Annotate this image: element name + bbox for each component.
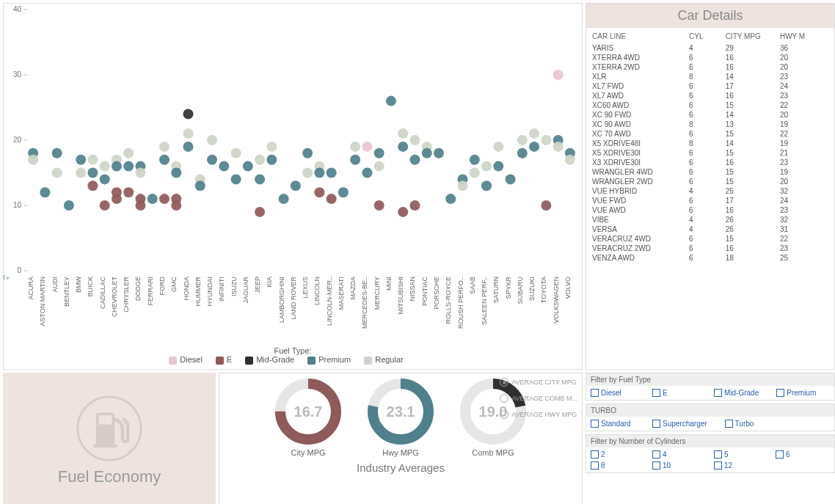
svg-point-86 (171, 168, 181, 178)
svg-point-132 (445, 194, 456, 204)
svg-point-112 (327, 168, 337, 178)
legend-item-e[interactable]: E (216, 355, 232, 364)
svg-point-128 (409, 200, 420, 211)
table-row[interactable]: VUE FWD61724 (586, 196, 834, 205)
svg-text:LINCOLN: LINCOLN (313, 277, 321, 305)
chk-fuel-mid-grade[interactable]: Mid-Grade (714, 389, 759, 397)
reset-axes-icon[interactable]: ↕₊ (2, 273, 10, 281)
chk-cyl-5[interactable]: 5 (714, 450, 758, 459)
svg-point-143 (517, 148, 528, 158)
svg-point-83 (159, 155, 169, 165)
svg-point-57 (28, 155, 38, 165)
chk-fuel-premium[interactable]: Premium (776, 389, 820, 397)
table-row[interactable]: WRANGLER 4WD61519 (586, 167, 834, 177)
svg-text:SATURN: SATURN (492, 277, 500, 303)
legend-item-mid[interactable]: Mid-Grade (245, 355, 294, 364)
svg-point-148 (553, 70, 564, 80)
table-row[interactable]: VERACRUZ 2WD61623 (586, 244, 834, 253)
table-row[interactable]: XC60 AWD61522 (586, 101, 834, 110)
svg-point-103 (266, 142, 277, 152)
legend-item-regular[interactable]: Regular (364, 355, 404, 364)
table-row[interactable]: WRANGLER 2WD61520 (586, 177, 834, 186)
radio-average-city-mpg[interactable]: AVERAGE CITY MPG (500, 378, 577, 387)
chk-cyl-10[interactable]: 10 (652, 461, 696, 470)
svg-point-123 (398, 128, 408, 139)
table-row[interactable]: XLR81423 (586, 72, 834, 81)
svg-text:LEXUS: LEXUS (302, 277, 309, 299)
chk-fuel-e[interactable]: E (652, 389, 696, 397)
table-row[interactable]: XTERRA 2WD61620 (586, 62, 834, 72)
svg-point-146 (541, 135, 551, 145)
table-row[interactable]: XC 90 AWD81319 (586, 120, 834, 129)
radio-average-hwy-mpg[interactable]: AVERAGE HWY MPG (500, 410, 577, 419)
table-row[interactable]: X3 XDRIVE30I61623 (586, 158, 834, 167)
svg-point-150 (553, 142, 564, 152)
chk-turbo-supercharger[interactable]: Supercharger (652, 420, 707, 428)
chk-turbo-turbo[interactable]: Turbo (725, 420, 769, 428)
table-row[interactable]: VERACRUZ 4WD61522 (586, 234, 834, 244)
svg-point-75 (123, 161, 134, 172)
table-row[interactable]: VERSA42631 (586, 224, 834, 234)
chk-cyl-2[interactable]: 2 (591, 450, 635, 459)
svg-text:HONDA: HONDA (183, 277, 190, 301)
svg-point-130 (422, 148, 432, 158)
chk-cyl-8[interactable]: 8 (591, 461, 635, 470)
svg-point-110 (314, 168, 324, 178)
col-carline[interactable]: CAR LINE (592, 32, 689, 40)
table-row[interactable]: XTERRA 4WD61620 (586, 53, 834, 62)
svg-point-95 (207, 155, 217, 165)
svg-text:MERCURY: MERCURY (373, 277, 381, 310)
table-row[interactable]: XC 90 FWD61420 (586, 110, 834, 120)
svg-point-131 (434, 148, 444, 158)
svg-text:40: 40 (13, 5, 22, 13)
svg-point-65 (87, 155, 98, 165)
table-row[interactable]: XL7 FWD61724 (586, 81, 834, 91)
table-row[interactable]: YARIS42936 (586, 43, 834, 53)
svg-point-140 (493, 161, 503, 172)
svg-text:CHEVROLET: CHEVROLET (111, 277, 118, 318)
chk-fuel-diesel[interactable]: Diesel (591, 389, 635, 397)
col-cyl[interactable]: CYL (689, 32, 726, 40)
svg-text:LINCOLN-MER..: LINCOLN-MER.. (326, 277, 333, 326)
table-row[interactable]: VUE HYBRID42532 (586, 186, 834, 196)
fuel-economy-title: Fuel Economy (58, 467, 161, 486)
svg-text:SALEEN PERF..: SALEEN PERF.. (481, 277, 488, 325)
table-row[interactable]: XC 70 AWD61522 (586, 129, 834, 139)
svg-text:CHRYSLER: CHRYSLER (123, 277, 130, 313)
svg-point-80 (135, 200, 145, 211)
table-row[interactable]: VUE AWD61623 (586, 205, 834, 215)
table-row[interactable]: X5 XDRIVE48I81419 (586, 139, 834, 148)
chk-cyl-4[interactable]: 4 (652, 450, 696, 459)
svg-rect-155 (99, 415, 112, 425)
svg-text:DODGE: DODGE (134, 277, 142, 301)
legend-item-premium[interactable]: Premium (307, 355, 351, 364)
table-row[interactable]: VIBE42632 (586, 215, 834, 224)
svg-point-120 (374, 161, 384, 172)
table-row[interactable]: VENZA AWD61825 (586, 253, 834, 263)
svg-text:ROUSH PERFO..: ROUSH PERFO.. (457, 277, 464, 329)
svg-point-76 (123, 187, 134, 197)
chk-cyl-6[interactable]: 6 (776, 450, 820, 459)
radio-average-comb-m-[interactable]: AVERAGE COMB M... (500, 394, 577, 403)
chk-turbo-standard[interactable]: Standard (591, 420, 635, 428)
svg-text:INFINITI: INFINITI (218, 277, 225, 302)
svg-point-126 (409, 135, 420, 145)
table-row[interactable]: XL7 AWD61623 (586, 91, 834, 101)
svg-point-60 (52, 168, 62, 178)
svg-point-90 (183, 128, 194, 139)
svg-point-100 (255, 155, 265, 165)
svg-text:GMC: GMC (170, 277, 178, 292)
svg-point-101 (255, 174, 265, 184)
col-hwy[interactable]: HWY M (780, 32, 828, 40)
table-row[interactable]: X5 XDRIVE30I61521 (586, 148, 834, 158)
svg-point-124 (398, 142, 408, 152)
svg-point-118 (362, 168, 372, 178)
svg-text:JAGUAR: JAGUAR (242, 277, 249, 304)
scatter-chart[interactable]: 010203040ACURAASTON MARTINAUDIBENTLEYBMW… (4, 4, 582, 341)
svg-point-152 (565, 155, 575, 165)
svg-text:PONTIAC: PONTIAC (421, 277, 429, 307)
chk-cyl-12[interactable]: 12 (714, 461, 758, 470)
legend-item-diesel[interactable]: Diesel (169, 355, 203, 364)
col-city[interactable]: CITY MPG (726, 32, 780, 40)
svg-text:BUICK: BUICK (87, 277, 94, 297)
